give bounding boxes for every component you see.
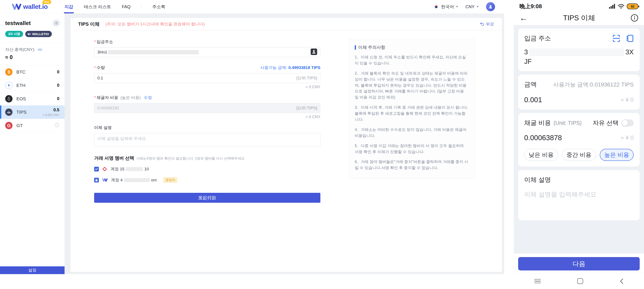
memo-card: 이체 설명 [518,170,640,220]
navbar-right: 한국어 CNY [434,2,495,11]
tab-address-book[interactable]: 주소록 [152,0,165,13]
user-avatar[interactable] [486,2,495,11]
member2-locked-checkbox[interactable] [94,178,99,182]
coin-row-eth[interactable]: ETH 0 [0,79,64,92]
memo-label: 이체 설명 [524,176,634,184]
deposit-address-card: 입금 주소 [518,28,640,71]
amount-value[interactable]: 0.001 [524,96,542,104]
address-input[interactable]: 3Hn1 [94,47,320,57]
coin-row-tips[interactable]: TIPS 0.5 ≈ 0.00 CNY [0,105,64,119]
fee-unit-label: (Unit: TIPS) [554,120,582,126]
info-icon[interactable] [54,123,59,127]
main-content: TIPS 이체 (주의: 모든 멤버가 1시간내에 확인을 완료해야 합니다) … [65,13,504,274]
walletio-logo-icon [12,3,21,10]
medium-fee-button[interactable]: 중간 비용 [562,149,596,161]
eos-icon [5,95,12,102]
mobile-app: 晚上9:08 92 ← TIPS 이체 [514,0,644,289]
mining-fee-card: 채굴 비용 (Unit: TIPS) 자유 선택 0.00063878 ≈ ¥ … [518,113,640,167]
btc-icon [5,68,12,76]
miner-fee-input-wrap: [단위:TIPS] [94,103,320,113]
mobile-content: 입금 주소 [514,25,644,254]
memo-label: 이체 설명 [94,125,320,130]
signal-icon [609,4,616,9]
signature-badge: 2/2 서명 [5,31,23,37]
desktop-body: testwallet 2/2 서명 [0,13,504,274]
total-assets-label: 자산 총액(CNY): [5,47,35,52]
qr-scan-icon [612,34,620,42]
address-book-button[interactable] [626,34,634,42]
coin-row-gt[interactable]: GT [0,119,64,132]
language-selector[interactable]: 한국어 [434,4,458,10]
android-navbar [514,273,644,289]
settings-button[interactable]: 설정 [0,266,64,274]
member-row-1: 계정 15 10 [94,166,320,172]
address-line-1: 3 3X [524,48,634,56]
contact-book-icon[interactable] [311,48,317,55]
address-book-icon [626,34,634,42]
korea-flag-icon [434,4,439,9]
member1-coin-icon [102,167,107,171]
fee-fiat: ≈ ¥ 0 [621,135,634,141]
next-button[interactable]: 다음 [518,257,640,271]
memo-textarea[interactable] [524,190,634,214]
coin-fiat-value: ≈ 0.00 CNY [43,113,59,117]
mobile-footer: 다음 [514,254,644,273]
tab-wallet[interactable]: 지갑 [64,0,73,13]
member1-name: 계정 15 10 [110,166,149,172]
battery-icon: 92 [627,3,638,9]
currency-selector[interactable]: CNY [466,4,479,9]
back-arrow-icon[interactable]: ← [520,14,528,22]
walletio-logo[interactable]: wallet.io Pro [12,3,48,10]
coin-row-btc[interactable]: BTC 0 [0,65,64,79]
miner-fee-input [97,106,294,110]
memo-textarea[interactable] [94,133,320,147]
lock-icon [95,179,98,182]
amount-label: *수량 [94,65,105,70]
member2-name: 계정 4 om [111,177,157,183]
info-button[interactable] [630,14,638,22]
home-icon[interactable] [577,278,583,284]
recent-apps-icon[interactable] [534,279,541,284]
gt-icon [5,122,12,129]
wallet-name: testwallet [5,20,31,26]
high-fee-button[interactable]: 높은 비용 [600,149,634,161]
mining-fee-label: 채굴 비용 [524,119,551,127]
qr-scan-button[interactable] [612,34,620,42]
members-hint: 거래는2명의 멤버 확인이 필요합니다, 1명의 멤버를 다시 선택해주세요 [136,156,244,161]
amount-input[interactable] [97,76,294,80]
page-title: TIPS 이체 [78,21,100,27]
amount-fiat: ≈ 0 CNY [94,85,320,89]
time-limit-warning: (주의: 모든 멤버가 1시간내에 확인을 완료해야 합니다) [106,21,205,27]
chevron-down-icon [456,6,458,7]
initiate-payment-button[interactable]: 发起付款 [94,193,320,203]
toggle-knob [622,120,628,126]
mobile-page-title: TIPS 이체 [528,13,630,23]
eye-icon[interactable] [37,48,43,51]
notice-title: 이체 주의사항 [358,44,385,50]
amount-unit-suffix: [단위:TIPS] [294,75,317,81]
available-balance: 사용가능 금액:0.49933818 TIPS [260,65,320,70]
fee-edit-link[interactable]: 수정 [144,95,152,100]
coin-row-eos[interactable]: EOS 0 [0,92,64,105]
tab-faq[interactable]: FAQ [122,0,130,13]
walletio-mini-icon [28,33,31,35]
wallet-list-button[interactable] [52,19,60,27]
main-nav: 지갑 태스크 리스트 FAQ 주소록 [64,0,165,13]
back-link[interactable]: 뒤로 [480,21,494,27]
low-fee-button[interactable]: 낮은 비용 [524,149,558,161]
redacted-member2 [124,178,150,182]
amount-input-wrap: [단위:TIPS] [94,73,320,83]
chevron-down-icon [476,6,479,7]
notice-item: 1、이체 신청 전, 이체 주소를 반드시 확인해 주세요, 자산에 손실이 있… [355,54,469,66]
amount-label: 금액 [524,80,537,89]
fee-unit-suffix: [단위:TIPS] [294,105,317,111]
available-balance: 사용가능 금액:0.01936122 TIPS [553,81,634,88]
tab-task-list[interactable]: 태스크 리스트 [84,0,111,13]
tips-icon [5,108,12,116]
redacted-address-block [529,48,624,56]
screenshot-root: wallet.io Pro 지갑 태스크 리스트 FAQ 주소록 한국어 CNY [0,0,644,289]
free-select-toggle[interactable] [622,119,634,126]
wifi-icon [618,4,624,9]
back-nav-icon[interactable] [620,279,624,284]
member1-checkbox[interactable] [94,167,99,171]
